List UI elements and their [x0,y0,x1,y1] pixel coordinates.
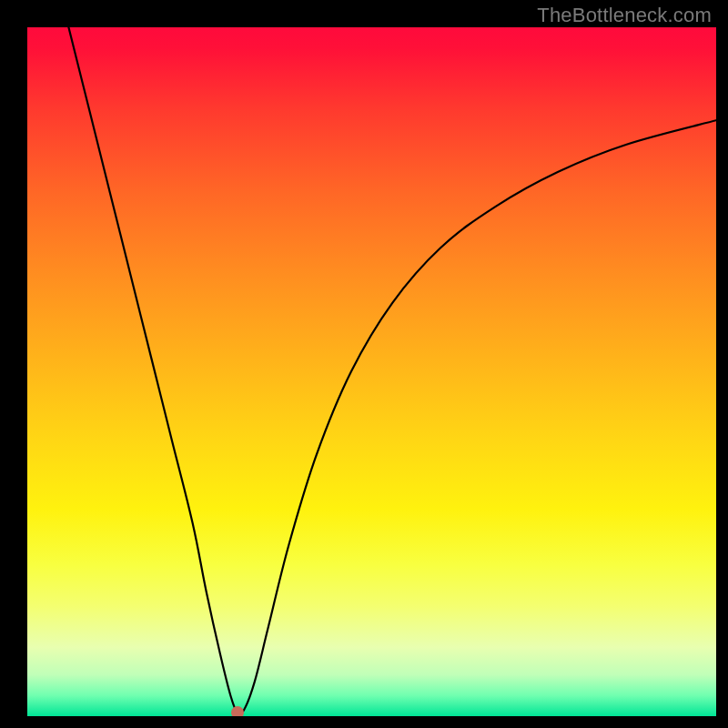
plot-area [27,27,716,716]
bottleneck-curve [27,27,716,716]
minimum-point-marker [231,706,244,716]
watermark-text: TheBottleneck.com [537,4,712,27]
curve-path [68,27,716,714]
chart-frame: TheBottleneck.com [0,0,728,728]
